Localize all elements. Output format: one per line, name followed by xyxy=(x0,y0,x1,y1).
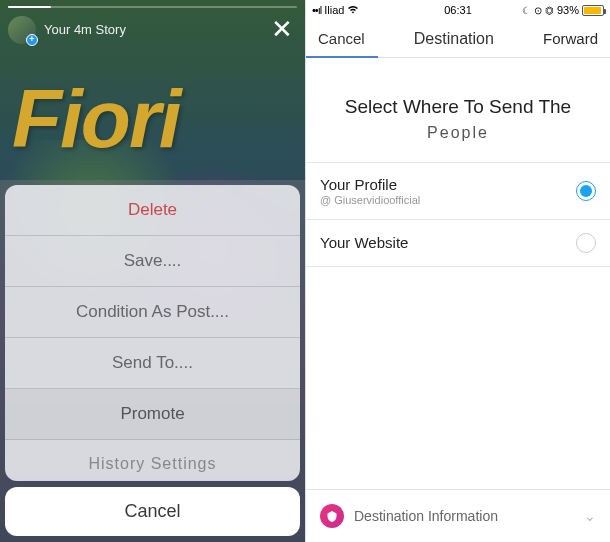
send-to-button[interactable]: Send To.... xyxy=(5,338,300,389)
option-website-title: Your Website xyxy=(320,234,576,251)
status-right: 93% xyxy=(522,4,604,16)
option-profile-subtitle: @ Giuservidioofficial xyxy=(320,194,576,206)
chevron-down-icon: ⌄ xyxy=(584,508,596,524)
nav-title: Destination xyxy=(414,30,494,48)
option-text: Your Website xyxy=(320,234,576,251)
story-label: Your 4m Story xyxy=(44,22,126,37)
cancel-button[interactable]: Cancel xyxy=(5,487,300,536)
option-your-profile[interactable]: Your Profile @ Giuservidioofficial xyxy=(306,163,610,220)
story-view: Your 4m Story ✕ Fiori Delete Save.... Co… xyxy=(0,0,305,542)
carrier-label: Iliad xyxy=(324,4,344,16)
option-your-website[interactable]: Your Website xyxy=(306,220,610,267)
battery-icon xyxy=(582,5,604,16)
nav-cancel-button[interactable]: Cancel xyxy=(318,30,365,47)
status-time: 06:31 xyxy=(438,4,478,16)
footer-label: Destination Information xyxy=(354,508,584,524)
action-sheet-group: Delete Save.... Condition As Post.... Se… xyxy=(5,185,300,481)
add-badge-icon xyxy=(26,34,38,46)
content-area: Select Where To Send The People Your Pro… xyxy=(306,58,610,542)
story-text-overlay: Fiori xyxy=(12,72,180,166)
heading-line1: Select Where To Send The xyxy=(326,93,590,122)
destination-options: Your Profile @ Giuservidioofficial Your … xyxy=(306,162,610,267)
heading-line2: People xyxy=(326,124,590,142)
delete-button[interactable]: Delete xyxy=(5,185,300,236)
action-sheet: Delete Save.... Condition As Post.... Se… xyxy=(0,185,305,542)
story-header: Your 4m Story ✕ xyxy=(8,14,297,45)
heading: Select Where To Send The People xyxy=(306,58,610,162)
lock-icon xyxy=(545,4,554,16)
radio-selected-icon[interactable] xyxy=(576,181,596,201)
history-settings-button[interactable]: History Settings xyxy=(5,440,300,481)
moon-icon xyxy=(522,4,531,16)
info-icon xyxy=(320,504,344,528)
battery-percent: 93% xyxy=(557,4,579,16)
story-progress-fill xyxy=(8,6,51,8)
condition-as-post-button[interactable]: Condition As Post.... xyxy=(5,287,300,338)
nav-forward-button[interactable]: Forward xyxy=(543,30,598,47)
close-icon[interactable]: ✕ xyxy=(267,14,297,45)
nav-bar: Cancel Destination Forward xyxy=(306,20,610,58)
radio-unselected-icon[interactable] xyxy=(576,233,596,253)
alarm-icon xyxy=(534,4,542,16)
destination-information-row[interactable]: Destination Information ⌄ xyxy=(306,489,610,542)
promote-button[interactable]: Promote xyxy=(5,389,300,440)
destination-screen: Iliad 06:31 93% Cancel Destination Forwa… xyxy=(305,0,610,542)
signal-icon xyxy=(312,4,321,16)
save-button[interactable]: Save.... xyxy=(5,236,300,287)
story-progress xyxy=(8,6,297,8)
avatar[interactable] xyxy=(8,16,36,44)
wifi-icon xyxy=(347,4,359,16)
status-bar: Iliad 06:31 93% xyxy=(306,0,610,20)
option-profile-title: Your Profile xyxy=(320,176,576,193)
option-text: Your Profile @ Giuservidioofficial xyxy=(320,176,576,206)
status-left: Iliad xyxy=(312,4,359,16)
